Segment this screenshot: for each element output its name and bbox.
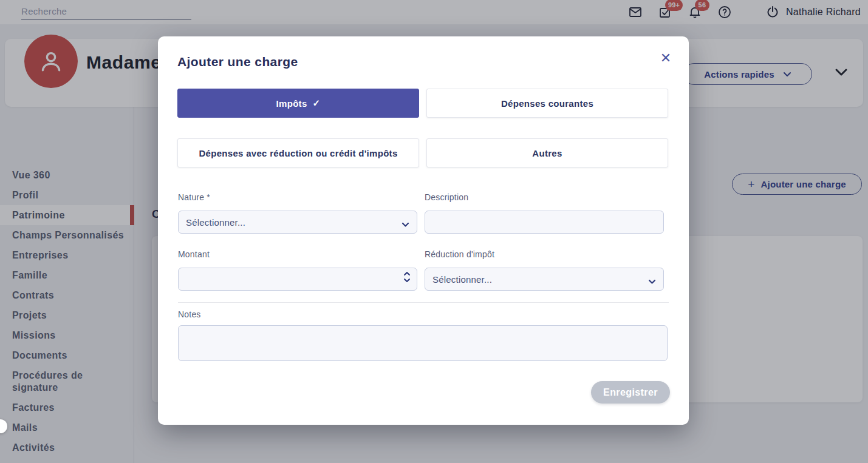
chevron-up-icon [403, 271, 411, 276]
charge-type-tabs: Impôts ✓ Dépenses courantes Dépenses ave… [177, 89, 668, 167]
form-divider [178, 302, 669, 303]
nature-label: Nature * [178, 192, 417, 203]
montant-label: Montant [178, 249, 417, 260]
description-field-group: Description [425, 192, 664, 234]
modal-title: Ajouter une charge [177, 55, 298, 69]
tab-depenses-courantes[interactable]: Dépenses courantes [426, 89, 668, 118]
description-label: Description [425, 192, 664, 203]
reduction-select[interactable]: Sélectionner... [425, 268, 664, 291]
tab-impots[interactable]: Impôts ✓ [177, 89, 419, 118]
nature-field-group: Nature * Sélectionner... [178, 192, 417, 234]
tab-autres[interactable]: Autres [426, 138, 668, 167]
check-icon: ✓ [313, 98, 321, 109]
chevron-down-icon [402, 219, 409, 230]
close-icon[interactable]: ✕ [657, 50, 674, 67]
reduction-field-group: Réduction d'impôt Sélectionner... [425, 249, 664, 291]
add-charge-modal: Ajouter une charge ✕ Impôts ✓ Dépenses c… [158, 36, 689, 425]
montant-input[interactable] [179, 268, 417, 290]
montant-field-group: Montant [178, 249, 417, 291]
chevron-down-icon [403, 278, 411, 283]
number-stepper[interactable] [403, 271, 411, 283]
notes-textarea[interactable] [179, 326, 667, 360]
save-button[interactable]: Enregistrer [591, 381, 670, 404]
chevron-down-icon [648, 276, 656, 287]
reduction-label: Réduction d'impôt [425, 249, 664, 260]
nature-select[interactable]: Sélectionner... [178, 211, 417, 234]
notes-label: Notes [178, 309, 668, 320]
tab-depenses-reduction-credit[interactable]: Dépenses avec réduction ou crédit d'impô… [177, 138, 419, 167]
description-input[interactable] [425, 211, 663, 233]
notes-field-group: Notes [178, 309, 668, 361]
